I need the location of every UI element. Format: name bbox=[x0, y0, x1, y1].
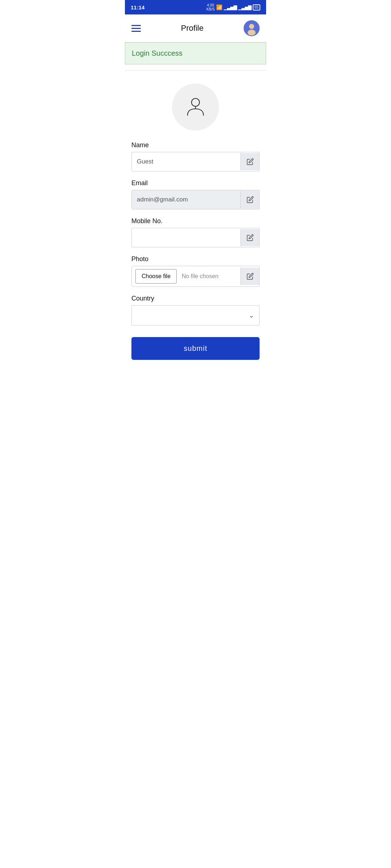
pencil-icon bbox=[247, 158, 254, 165]
hamburger-line-1 bbox=[131, 25, 141, 26]
form-container: Name Email Mobile No. bbox=[125, 141, 266, 367]
pencil-icon bbox=[247, 273, 254, 280]
country-label: Country bbox=[131, 295, 260, 302]
header: Profile bbox=[125, 14, 266, 42]
mobile-edit-button[interactable] bbox=[240, 229, 259, 246]
profile-avatar-container bbox=[125, 76, 266, 141]
choose-file-button[interactable]: Choose file bbox=[135, 269, 177, 284]
page-title: Profile bbox=[181, 24, 203, 33]
battery-icon: 65 bbox=[253, 4, 260, 10]
photo-input-wrapper: Choose file No file chosen bbox=[131, 266, 260, 287]
photo-label: Photo bbox=[131, 255, 260, 263]
divider bbox=[125, 70, 266, 71]
svg-point-3 bbox=[192, 98, 199, 106]
country-select[interactable]: ⌄ bbox=[131, 305, 260, 326]
email-edit-button[interactable] bbox=[240, 191, 259, 208]
name-field-group: Name bbox=[131, 141, 260, 171]
signal-icon: ▁▃▅▇ bbox=[224, 5, 237, 10]
submit-button[interactable]: submit bbox=[131, 337, 260, 360]
mobile-label: Mobile No. bbox=[131, 217, 260, 225]
name-input[interactable] bbox=[132, 152, 240, 171]
hamburger-line-2 bbox=[131, 28, 141, 29]
person-icon bbox=[183, 94, 208, 120]
photo-field-group: Photo Choose file No file chosen bbox=[131, 255, 260, 287]
pencil-icon bbox=[247, 196, 254, 203]
svg-point-1 bbox=[249, 24, 254, 29]
pencil-icon bbox=[247, 234, 254, 241]
name-edit-button[interactable] bbox=[240, 153, 259, 170]
hamburger-line-3 bbox=[131, 31, 141, 32]
status-bar: 11:14 4.00KB/S 📶 ▁▃▅▇ ▁▃▅▇ 65 bbox=[125, 0, 266, 14]
mobile-input-wrapper bbox=[131, 228, 260, 247]
menu-button[interactable] bbox=[131, 25, 141, 32]
no-file-text: No file chosen bbox=[180, 273, 240, 280]
mobile-input[interactable] bbox=[132, 228, 240, 247]
chevron-down-icon: ⌄ bbox=[249, 311, 254, 319]
name-input-wrapper bbox=[131, 152, 260, 171]
mobile-field-group: Mobile No. bbox=[131, 217, 260, 247]
speed-indicator: 4.00KB/S bbox=[206, 3, 215, 11]
signal-icon-2: ▁▃▅▇ bbox=[238, 5, 251, 10]
profile-avatar[interactable] bbox=[172, 84, 219, 131]
wifi-icon: 📶 bbox=[216, 4, 222, 10]
svg-point-2 bbox=[248, 30, 256, 35]
email-field-group: Email bbox=[131, 179, 260, 209]
email-input-wrapper bbox=[131, 190, 260, 209]
name-label: Name bbox=[131, 141, 260, 149]
success-banner: Login Succcess bbox=[125, 42, 266, 64]
photo-edit-button[interactable] bbox=[240, 268, 259, 285]
country-field-group: Country ⌄ bbox=[131, 295, 260, 326]
status-time: 11:14 bbox=[131, 4, 144, 10]
email-input[interactable] bbox=[132, 190, 240, 209]
avatar[interactable] bbox=[244, 20, 260, 36]
avatar-icon bbox=[244, 20, 260, 36]
email-label: Email bbox=[131, 179, 260, 187]
success-text: Login Succcess bbox=[132, 49, 182, 57]
status-icons: 4.00KB/S 📶 ▁▃▅▇ ▁▃▅▇ 65 bbox=[206, 3, 260, 11]
